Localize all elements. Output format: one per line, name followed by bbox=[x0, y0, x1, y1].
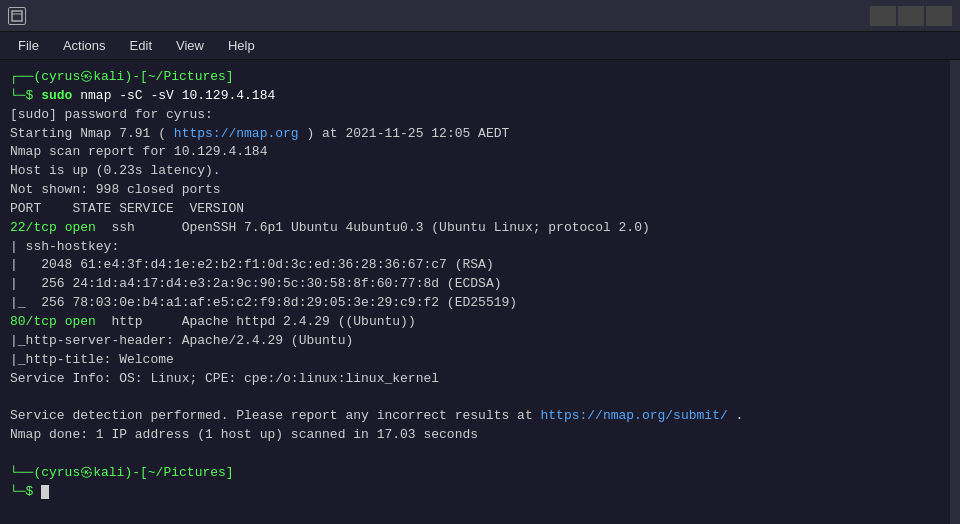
terminal-line: ┌──(cyrus㉿kali)-[~/Pictures] bbox=[10, 68, 940, 87]
terminal-line: 80/tcp open http Apache httpd 2.4.29 ((U… bbox=[10, 313, 940, 332]
terminal-line: └──(cyrus㉿kali)-[~/Pictures] bbox=[10, 464, 940, 483]
title-bar bbox=[0, 0, 960, 32]
terminal-line: | ssh-hostkey: bbox=[10, 238, 940, 257]
terminal-line: └─$ bbox=[10, 483, 940, 502]
window-icon bbox=[8, 7, 26, 25]
menu-bar: File Actions Edit View Help bbox=[0, 32, 960, 60]
menu-help[interactable]: Help bbox=[218, 35, 265, 56]
window-controls bbox=[870, 6, 952, 26]
terminal-line: Service detection performed. Please repo… bbox=[10, 407, 940, 426]
terminal-line bbox=[10, 388, 940, 407]
menu-actions[interactable]: Actions bbox=[53, 35, 116, 56]
terminal-line: [sudo] password for cyrus: bbox=[10, 106, 940, 125]
terminal-line: Starting Nmap 7.91 ( https://nmap.org ) … bbox=[10, 125, 940, 144]
close-button[interactable] bbox=[926, 6, 952, 26]
terminal-line: Nmap scan report for 10.129.4.184 bbox=[10, 143, 940, 162]
terminal-line: PORT STATE SERVICE VERSION bbox=[10, 200, 940, 219]
terminal-line: └─$ sudo nmap -sC -sV 10.129.4.184 bbox=[10, 87, 940, 106]
terminal-line: Nmap done: 1 IP address (1 host up) scan… bbox=[10, 426, 940, 445]
terminal-wrapper: ┌──(cyrus㉿kali)-[~/Pictures]└─$ sudo nma… bbox=[0, 60, 960, 524]
title-bar-left bbox=[8, 7, 26, 25]
terminal-line: Service Info: OS: Linux; CPE: cpe:/o:lin… bbox=[10, 370, 940, 389]
menu-edit[interactable]: Edit bbox=[120, 35, 162, 56]
minimize-button[interactable] bbox=[870, 6, 896, 26]
svg-rect-0 bbox=[12, 11, 22, 21]
terminal-line: |_ 256 78:03:0e:b4:a1:af:e5:c2:f9:8d:29:… bbox=[10, 294, 940, 313]
terminal-line: |_http-server-header: Apache/2.4.29 (Ubu… bbox=[10, 332, 940, 351]
scrollbar[interactable] bbox=[950, 60, 960, 524]
terminal-line: | 256 24:1d:a4:17:d4:e3:2a:9c:90:5c:30:5… bbox=[10, 275, 940, 294]
menu-file[interactable]: File bbox=[8, 35, 49, 56]
terminal-line: Host is up (0.23s latency). bbox=[10, 162, 940, 181]
terminal-line bbox=[10, 445, 940, 464]
menu-view[interactable]: View bbox=[166, 35, 214, 56]
terminal-line: Not shown: 998 closed ports bbox=[10, 181, 940, 200]
terminal-line: |_http-title: Welcome bbox=[10, 351, 940, 370]
terminal-line: 22/tcp open ssh OpenSSH 7.6p1 Ubuntu 4ub… bbox=[10, 219, 940, 238]
terminal-content[interactable]: ┌──(cyrus㉿kali)-[~/Pictures]└─$ sudo nma… bbox=[0, 60, 950, 524]
terminal-line: | 2048 61:e4:3f:d4:1e:e2:b2:f1:0d:3c:ed:… bbox=[10, 256, 940, 275]
maximize-button[interactable] bbox=[898, 6, 924, 26]
